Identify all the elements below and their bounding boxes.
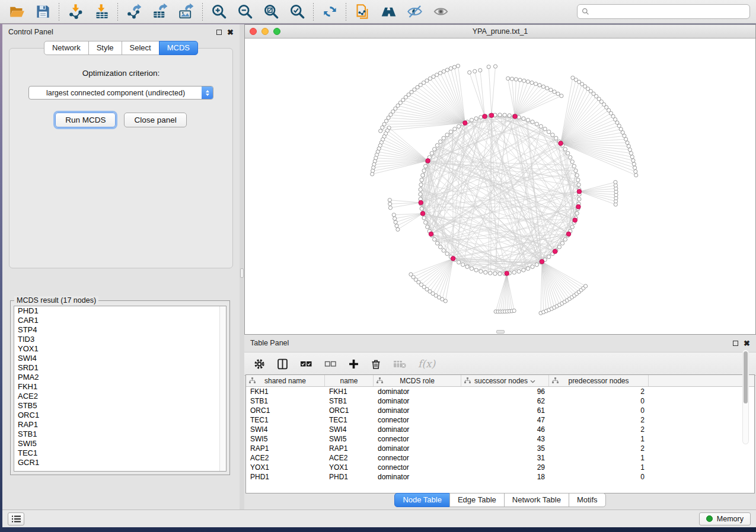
add-row-button[interactable]	[349, 359, 359, 369]
close-panel-button[interactable]: Close panel	[124, 113, 186, 127]
network-view-window: YPA_prune.txt_1	[244, 24, 756, 335]
mcds-result-item[interactable]: STP4	[14, 325, 226, 335]
table-settings-button[interactable]	[254, 358, 265, 370]
gear-icon	[254, 358, 265, 370]
mcds-result-item[interactable]: PHD1	[14, 306, 226, 316]
network-search-field[interactable]	[577, 4, 750, 19]
table-row[interactable]: RAP1RAP1dominator352	[246, 444, 754, 453]
tab-mcds[interactable]: MCDS	[159, 41, 198, 55]
splitter-handle[interactable]	[240, 268, 244, 278]
mcds-result-item[interactable]: YOX1	[14, 344, 226, 354]
mcds-list-scrollbar[interactable]	[219, 306, 226, 471]
show-all-button[interactable]	[430, 2, 451, 22]
column-header-name[interactable]: name	[325, 375, 374, 386]
deselect-all-button[interactable]	[324, 360, 337, 368]
mcds-result-item[interactable]: ORC1	[14, 411, 226, 420]
tab-motifs[interactable]: Motifs	[569, 493, 606, 507]
mcds-result-item[interactable]: STB1	[14, 430, 226, 439]
tab-select[interactable]: Select	[122, 41, 160, 55]
zoom-out-button[interactable]	[234, 2, 256, 22]
tab-edge-table[interactable]: Edge Table	[449, 493, 505, 507]
cell-name: STB1	[325, 396, 374, 406]
search-input[interactable]	[592, 8, 745, 16]
share-document-button[interactable]	[352, 2, 373, 22]
export-table-button[interactable]	[149, 2, 171, 22]
refresh-icon	[322, 4, 338, 20]
node-table-header-row: shared namenameMCDS rolesuccessor nodesp…	[246, 375, 754, 387]
table-row[interactable]: YOX1YOX1connector291	[246, 463, 754, 472]
export-image-button[interactable]	[176, 2, 197, 22]
table-row[interactable]: PHD1PHD1dominator180	[246, 472, 754, 482]
save-session-button[interactable]	[32, 2, 53, 22]
float-panel-icon[interactable]	[733, 341, 738, 346]
column-header-mcds-role[interactable]: MCDS role	[374, 375, 461, 386]
cell-predecessor-nodes: 2	[549, 387, 649, 396]
close-panel-icon[interactable]: ✖	[744, 339, 750, 347]
cell-shared-name: TEC1	[246, 415, 325, 425]
table-row[interactable]: ORC1ORC1dominator610	[246, 406, 754, 415]
mcds-result-item[interactable]: FKH1	[14, 382, 226, 392]
network-canvas[interactable]	[245, 39, 755, 334]
delete-table-icon	[393, 360, 406, 368]
memory-button[interactable]: Memory	[699, 512, 751, 525]
run-mcds-button[interactable]: Run MCDS	[55, 113, 116, 127]
delete-row-button[interactable]	[371, 358, 381, 370]
mcds-result-item[interactable]: TEC1	[14, 448, 226, 458]
mcds-result-item[interactable]: SWI4	[14, 354, 226, 363]
cell-shared-name: ACE2	[246, 453, 325, 463]
zoom-in-button[interactable]	[208, 2, 229, 22]
table-row[interactable]: SWI4SWI4dominator462	[246, 425, 754, 434]
mcds-result-item[interactable]: RAP1	[14, 420, 226, 430]
memory-label: Memory	[717, 515, 744, 523]
import-network-button[interactable]	[65, 2, 86, 22]
show-columns-button[interactable]	[277, 358, 288, 370]
mcds-result-item[interactable]: SWI5	[14, 439, 226, 448]
close-panel-icon[interactable]: ✖	[227, 28, 234, 36]
network-search-button[interactable]	[378, 2, 399, 22]
tab-node-table[interactable]: Node Table	[394, 493, 450, 507]
column-header-shared-name[interactable]: shared name	[246, 375, 325, 386]
cell-mcds-role: dominator	[374, 472, 461, 482]
tab-network[interactable]: Network	[44, 41, 89, 55]
zoom-fit-button[interactable]	[260, 2, 282, 22]
tab-style[interactable]: Style	[88, 41, 122, 55]
column-header-predecessor-nodes[interactable]: predecessor nodes	[549, 375, 649, 386]
vertical-splitter[interactable]	[240, 24, 244, 509]
float-panel-icon[interactable]	[216, 30, 222, 35]
mcds-result-item[interactable]: TID3	[14, 335, 226, 344]
table-row[interactable]: ACE2ACE2connector311	[246, 453, 754, 463]
cell-shared-name: STB1	[246, 396, 325, 406]
horizontal-splitter-handle[interactable]	[496, 330, 505, 334]
table-row[interactable]: FKH1FKH1dominator962	[246, 387, 754, 396]
table-row[interactable]: SWI5SWI5connector431	[246, 434, 754, 444]
cell-mcds-role: connector	[374, 463, 461, 472]
table-row[interactable]: TEC1TEC1connector472	[246, 415, 754, 425]
refresh-view-button[interactable]	[319, 2, 340, 22]
cell-shared-name: SWI4	[246, 425, 325, 434]
table-scrollbar-thumb[interactable]	[744, 351, 748, 403]
criterion-dropdown[interactable]: largest connected component (undirected)	[28, 86, 213, 100]
mcds-result-item[interactable]: PMA2	[14, 373, 226, 382]
mcds-result-item[interactable]: ACE2	[14, 392, 226, 401]
hide-style-button[interactable]	[404, 2, 425, 22]
task-history-button[interactable]	[8, 512, 24, 525]
open-file-button[interactable]	[6, 2, 27, 22]
table-row[interactable]: STB1STB1dominator620	[246, 396, 754, 406]
mcds-result-item[interactable]: STB5	[14, 401, 226, 411]
tab-network-table[interactable]: Network Table	[504, 493, 569, 507]
cell-predecessor-nodes: 2	[549, 444, 649, 453]
cell-shared-name: FKH1	[246, 387, 325, 396]
import-table-button[interactable]	[91, 2, 112, 22]
zoom-selected-button[interactable]	[286, 2, 308, 22]
open-folder-icon	[9, 4, 25, 20]
save-floppy-icon	[35, 4, 51, 20]
table-scrollbar[interactable]	[742, 350, 749, 444]
delete-table-button[interactable]	[393, 360, 406, 368]
select-all-button[interactable]	[300, 360, 312, 368]
mcds-result-item[interactable]: CAR1	[14, 316, 226, 325]
column-header-successor-nodes[interactable]: successor nodes	[461, 375, 549, 386]
mcds-result-item[interactable]: SRD1	[14, 363, 226, 373]
mcds-result-item[interactable]: GCR1	[14, 458, 226, 467]
export-network-button[interactable]	[123, 2, 145, 22]
function-builder-button[interactable]: f(x)	[418, 358, 435, 370]
